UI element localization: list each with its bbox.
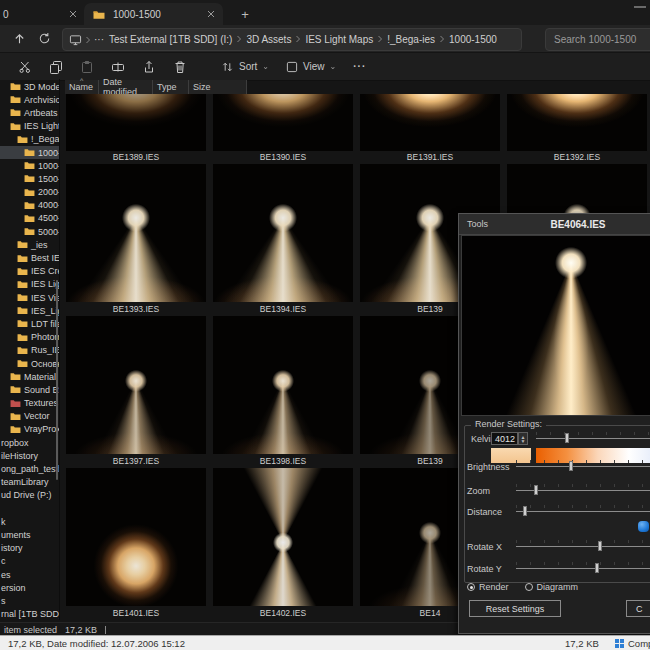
column-header-date-modified[interactable]: Date modified — [99, 80, 153, 94]
slider-rotate-y[interactable] — [516, 568, 650, 569]
sidebar-item[interactable]: Photome — [0, 331, 59, 344]
paste-button[interactable] — [76, 57, 98, 77]
thumbnail[interactable] — [507, 94, 647, 151]
sidebar-item[interactable]: Material — [0, 370, 59, 383]
radio-diagramm[interactable]: Diagramm — [525, 582, 579, 592]
sidebar-item[interactable]: 4000- — [0, 199, 59, 212]
sidebar-item[interactable]: 5000- — [0, 225, 59, 238]
sidebar-item[interactable]: Archvision RI — [0, 93, 59, 106]
slider-rotate-x[interactable] — [516, 546, 650, 547]
thumbnail[interactable] — [360, 94, 500, 151]
sidebar-item[interactable]: istory — [0, 542, 59, 555]
sidebar-item[interactable]: IES Creati — [0, 265, 59, 278]
thumbnail[interactable] — [66, 468, 206, 606]
sidebar-item[interactable]: c — [0, 555, 59, 568]
slider-zoom[interactable] — [516, 490, 650, 491]
breadcrumb-segment[interactable]: 3D Assets — [243, 34, 294, 45]
kelvin-input[interactable]: 4012 — [491, 432, 518, 445]
sidebar-item[interactable]: 1500- — [0, 172, 59, 185]
sidebar-item[interactable]: Основны — [0, 357, 59, 370]
sidebar-item[interactable]: rnal [1TB SDD] ( — [0, 608, 59, 621]
dialog-title-bar[interactable]: BE4064.IES Tools — [459, 214, 650, 235]
tab-active[interactable]: 1000-1500 — [84, 3, 223, 25]
close-icon[interactable] — [207, 10, 215, 18]
address-bar[interactable]: ··· Test External [1TB SDD] (I:)3D Asset… — [62, 28, 522, 51]
slider-thumb[interactable] — [569, 461, 573, 471]
slider-thumb[interactable] — [595, 563, 599, 573]
breadcrumb-segment[interactable]: !_Bega-ies — [384, 34, 438, 45]
thumbnail[interactable] — [66, 316, 206, 454]
breadcrumb-segment[interactable]: Test External [1TB SDD] (I:) — [106, 34, 235, 45]
sidebar-item[interactable]: ong_path_testlo — [0, 462, 59, 475]
copy-button[interactable] — [45, 57, 67, 77]
reset-settings-button[interactable]: Reset Settings — [469, 600, 561, 617]
breadcrumb-overflow[interactable]: ··· — [94, 34, 104, 45]
sidebar-item[interactable]: IES Viewe — [0, 291, 59, 304]
sidebar-scrollbar[interactable] — [56, 280, 58, 480]
sidebar-item[interactable]: LDT files — [0, 317, 59, 330]
sidebar-item[interactable]: ud Drive (P:) — [0, 489, 59, 502]
thumbnail[interactable] — [213, 468, 353, 606]
radio-render[interactable]: Render — [467, 582, 509, 592]
sidebar-item[interactable]: 1000- — [0, 146, 59, 159]
breadcrumb-segment[interactable]: IES Light Maps — [302, 34, 376, 45]
sidebar-item[interactable]: es — [0, 568, 59, 581]
pane-divider[interactable] — [59, 79, 60, 620]
sidebar-item[interactable]: ropbox — [0, 436, 59, 449]
sidebar-item[interactable]: Rus_IES — [0, 344, 59, 357]
share-button[interactable] — [138, 57, 160, 77]
view-button[interactable]: View⌄ — [282, 57, 340, 77]
thumbnail[interactable] — [213, 316, 353, 454]
sidebar-item[interactable]: teamLibrary — [0, 476, 59, 489]
new-tab-button[interactable]: + — [236, 5, 254, 23]
search-input[interactable]: Search 1000-1500 — [545, 28, 650, 51]
sidebar-item[interactable]: 3D Models — [0, 80, 59, 93]
sidebar-item[interactable]: !_Bega-ie — [0, 133, 59, 146]
column-header-type[interactable]: Type — [153, 80, 189, 94]
sidebar-item[interactable]: k — [0, 515, 59, 528]
kelvin-spinner[interactable]: ▲▼ — [518, 432, 528, 445]
sidebar-item[interactable]: 4500- — [0, 212, 59, 225]
breadcrumb-segment[interactable]: 1000-1500 — [446, 34, 500, 45]
slider-distance[interactable] — [516, 511, 650, 512]
more-options-button[interactable]: ··· — [349, 57, 370, 77]
sidebar-item[interactable]: Vector — [0, 410, 59, 423]
sidebar-item[interactable]: Textures — [0, 397, 59, 410]
sidebar-item[interactable]: IES Lights — [0, 278, 59, 291]
sidebar-item[interactable]: Sound Effect — [0, 383, 59, 396]
kelvin-slider[interactable] — [536, 438, 650, 439]
delete-button[interactable] — [169, 57, 191, 77]
tab-partial[interactable]: 0 — [0, 3, 85, 25]
sidebar-item[interactable]: 1000- — [0, 159, 59, 172]
refresh-button[interactable] — [33, 29, 55, 49]
rename-button[interactable] — [107, 57, 129, 77]
slider-thumb[interactable] — [523, 506, 527, 516]
cut-button[interactable] — [14, 57, 36, 77]
thumbnail[interactable] — [66, 94, 206, 151]
thumbnail[interactable] — [66, 164, 206, 302]
sort-button[interactable]: Sort⌄ — [217, 57, 273, 77]
slider-thumb[interactable] — [534, 485, 538, 495]
sidebar-item[interactable]: Best IES — [0, 251, 59, 264]
sidebar-item[interactable]: _ies — [0, 238, 59, 251]
slider-thumb[interactable] — [598, 541, 602, 551]
sidebar-item[interactable]: ileHistory — [0, 449, 59, 462]
minimize-icon[interactable] — [634, 6, 646, 8]
sidebar-item[interactable]: ersion — [0, 581, 59, 594]
tools-menu[interactable]: Tools — [459, 219, 527, 229]
thumbnail[interactable] — [213, 94, 353, 151]
sidebar-item[interactable]: uments — [0, 528, 59, 541]
kelvin-slider-thumb[interactable] — [565, 433, 569, 443]
sidebar-item[interactable]: Artbeats Vids — [0, 106, 59, 119]
column-header-size[interactable]: Size — [189, 80, 247, 94]
slider-brightness[interactable] — [516, 466, 650, 467]
sidebar-item[interactable]: IES_Light_ — [0, 304, 59, 317]
close-button[interactable]: C — [626, 600, 650, 617]
accent-indicator[interactable] — [638, 521, 649, 532]
thumbnail[interactable] — [213, 164, 353, 302]
close-icon[interactable] — [69, 10, 77, 18]
sidebar-item[interactable]: IES Light Map — [0, 120, 59, 133]
up-button[interactable] — [8, 29, 30, 49]
sidebar-item[interactable]: s — [0, 594, 59, 607]
sidebar-item[interactable]: 2000- — [0, 186, 59, 199]
